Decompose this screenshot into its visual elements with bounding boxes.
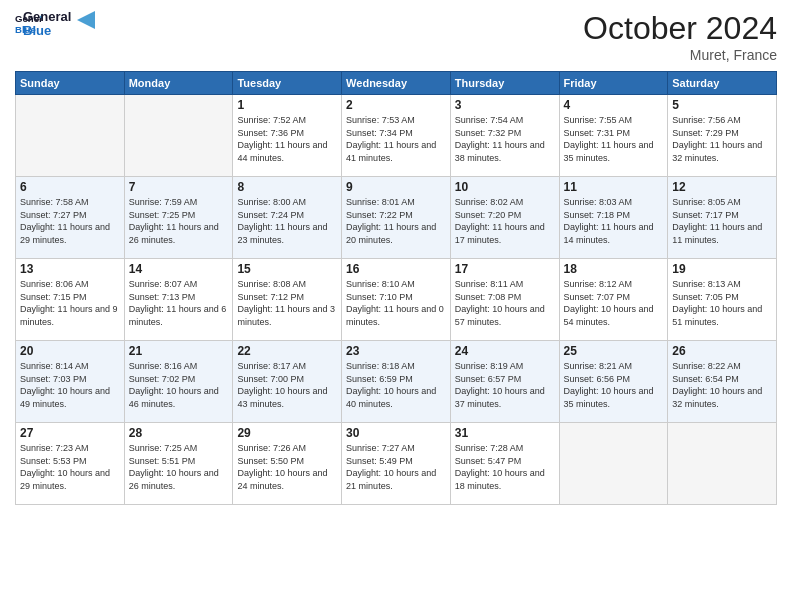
logo-arrow-icon <box>77 11 95 29</box>
table-cell <box>124 95 233 177</box>
table-cell: 26Sunrise: 8:22 AMSunset: 6:54 PMDayligh… <box>668 341 777 423</box>
title-area: October 2024 Muret, France <box>583 10 777 63</box>
day-info: Sunrise: 8:02 AMSunset: 7:20 PMDaylight:… <box>455 196 555 246</box>
week-row-5: 27Sunrise: 7:23 AMSunset: 5:53 PMDayligh… <box>16 423 777 505</box>
svg-marker-3 <box>77 11 95 29</box>
table-cell: 20Sunrise: 8:14 AMSunset: 7:03 PMDayligh… <box>16 341 125 423</box>
day-info: Sunrise: 8:12 AMSunset: 7:07 PMDaylight:… <box>564 278 664 328</box>
table-cell: 12Sunrise: 8:05 AMSunset: 7:17 PMDayligh… <box>668 177 777 259</box>
header-monday: Monday <box>124 72 233 95</box>
day-info: Sunrise: 8:14 AMSunset: 7:03 PMDaylight:… <box>20 360 120 410</box>
day-number: 9 <box>346 180 446 194</box>
table-cell: 29Sunrise: 7:26 AMSunset: 5:50 PMDayligh… <box>233 423 342 505</box>
day-number: 4 <box>564 98 664 112</box>
location: Muret, France <box>583 47 777 63</box>
day-number: 12 <box>672 180 772 194</box>
header-sunday: Sunday <box>16 72 125 95</box>
table-cell: 6Sunrise: 7:58 AMSunset: 7:27 PMDaylight… <box>16 177 125 259</box>
day-number: 11 <box>564 180 664 194</box>
table-cell: 25Sunrise: 8:21 AMSunset: 6:56 PMDayligh… <box>559 341 668 423</box>
week-row-3: 13Sunrise: 8:06 AMSunset: 7:15 PMDayligh… <box>16 259 777 341</box>
header-tuesday: Tuesday <box>233 72 342 95</box>
day-info: Sunrise: 8:22 AMSunset: 6:54 PMDaylight:… <box>672 360 772 410</box>
day-number: 8 <box>237 180 337 194</box>
header: General Blue General Blue October 2024 M… <box>15 10 777 63</box>
day-info: Sunrise: 8:07 AMSunset: 7:13 PMDaylight:… <box>129 278 229 328</box>
day-info: Sunrise: 8:17 AMSunset: 7:00 PMDaylight:… <box>237 360 337 410</box>
table-cell <box>16 95 125 177</box>
day-number: 19 <box>672 262 772 276</box>
day-number: 27 <box>20 426 120 440</box>
day-info: Sunrise: 8:21 AMSunset: 6:56 PMDaylight:… <box>564 360 664 410</box>
table-cell <box>559 423 668 505</box>
table-cell: 19Sunrise: 8:13 AMSunset: 7:05 PMDayligh… <box>668 259 777 341</box>
day-info: Sunrise: 8:01 AMSunset: 7:22 PMDaylight:… <box>346 196 446 246</box>
day-info: Sunrise: 8:19 AMSunset: 6:57 PMDaylight:… <box>455 360 555 410</box>
week-row-2: 6Sunrise: 7:58 AMSunset: 7:27 PMDaylight… <box>16 177 777 259</box>
table-cell: 13Sunrise: 8:06 AMSunset: 7:15 PMDayligh… <box>16 259 125 341</box>
day-number: 5 <box>672 98 772 112</box>
table-cell: 11Sunrise: 8:03 AMSunset: 7:18 PMDayligh… <box>559 177 668 259</box>
day-number: 15 <box>237 262 337 276</box>
day-number: 20 <box>20 344 120 358</box>
day-info: Sunrise: 7:27 AMSunset: 5:49 PMDaylight:… <box>346 442 446 492</box>
table-cell: 3Sunrise: 7:54 AMSunset: 7:32 PMDaylight… <box>450 95 559 177</box>
day-number: 2 <box>346 98 446 112</box>
day-number: 28 <box>129 426 229 440</box>
day-number: 7 <box>129 180 229 194</box>
table-cell <box>668 423 777 505</box>
week-row-1: 1Sunrise: 7:52 AMSunset: 7:36 PMDaylight… <box>16 95 777 177</box>
logo-blue: Blue <box>23 24 71 38</box>
table-cell: 1Sunrise: 7:52 AMSunset: 7:36 PMDaylight… <box>233 95 342 177</box>
day-number: 26 <box>672 344 772 358</box>
day-info: Sunrise: 8:11 AMSunset: 7:08 PMDaylight:… <box>455 278 555 328</box>
day-info: Sunrise: 7:23 AMSunset: 5:53 PMDaylight:… <box>20 442 120 492</box>
day-info: Sunrise: 7:28 AMSunset: 5:47 PMDaylight:… <box>455 442 555 492</box>
day-number: 24 <box>455 344 555 358</box>
calendar-page: General Blue General Blue October 2024 M… <box>0 0 792 612</box>
day-number: 31 <box>455 426 555 440</box>
day-info: Sunrise: 7:52 AMSunset: 7:36 PMDaylight:… <box>237 114 337 164</box>
day-number: 25 <box>564 344 664 358</box>
day-info: Sunrise: 7:25 AMSunset: 5:51 PMDaylight:… <box>129 442 229 492</box>
day-info: Sunrise: 7:55 AMSunset: 7:31 PMDaylight:… <box>564 114 664 164</box>
header-wednesday: Wednesday <box>342 72 451 95</box>
day-number: 1 <box>237 98 337 112</box>
week-row-4: 20Sunrise: 8:14 AMSunset: 7:03 PMDayligh… <box>16 341 777 423</box>
day-number: 10 <box>455 180 555 194</box>
day-number: 17 <box>455 262 555 276</box>
day-info: Sunrise: 7:56 AMSunset: 7:29 PMDaylight:… <box>672 114 772 164</box>
table-cell: 22Sunrise: 8:17 AMSunset: 7:00 PMDayligh… <box>233 341 342 423</box>
day-info: Sunrise: 7:26 AMSunset: 5:50 PMDaylight:… <box>237 442 337 492</box>
table-cell: 7Sunrise: 7:59 AMSunset: 7:25 PMDaylight… <box>124 177 233 259</box>
header-thursday: Thursday <box>450 72 559 95</box>
day-number: 3 <box>455 98 555 112</box>
day-info: Sunrise: 7:59 AMSunset: 7:25 PMDaylight:… <box>129 196 229 246</box>
day-number: 6 <box>20 180 120 194</box>
day-info: Sunrise: 8:06 AMSunset: 7:15 PMDaylight:… <box>20 278 120 328</box>
day-number: 30 <box>346 426 446 440</box>
day-info: Sunrise: 8:05 AMSunset: 7:17 PMDaylight:… <box>672 196 772 246</box>
day-info: Sunrise: 8:03 AMSunset: 7:18 PMDaylight:… <box>564 196 664 246</box>
table-cell: 15Sunrise: 8:08 AMSunset: 7:12 PMDayligh… <box>233 259 342 341</box>
table-cell: 16Sunrise: 8:10 AMSunset: 7:10 PMDayligh… <box>342 259 451 341</box>
day-number: 22 <box>237 344 337 358</box>
day-info: Sunrise: 7:53 AMSunset: 7:34 PMDaylight:… <box>346 114 446 164</box>
table-cell: 28Sunrise: 7:25 AMSunset: 5:51 PMDayligh… <box>124 423 233 505</box>
logo: General Blue General Blue <box>15 10 95 39</box>
table-cell: 9Sunrise: 8:01 AMSunset: 7:22 PMDaylight… <box>342 177 451 259</box>
month-title: October 2024 <box>583 10 777 47</box>
header-saturday: Saturday <box>668 72 777 95</box>
logo-general: General <box>23 10 71 24</box>
day-number: 14 <box>129 262 229 276</box>
day-info: Sunrise: 7:54 AMSunset: 7:32 PMDaylight:… <box>455 114 555 164</box>
day-info: Sunrise: 8:10 AMSunset: 7:10 PMDaylight:… <box>346 278 446 328</box>
day-number: 13 <box>20 262 120 276</box>
table-cell: 23Sunrise: 8:18 AMSunset: 6:59 PMDayligh… <box>342 341 451 423</box>
table-cell: 18Sunrise: 8:12 AMSunset: 7:07 PMDayligh… <box>559 259 668 341</box>
header-friday: Friday <box>559 72 668 95</box>
day-number: 21 <box>129 344 229 358</box>
table-cell: 24Sunrise: 8:19 AMSunset: 6:57 PMDayligh… <box>450 341 559 423</box>
table-cell: 30Sunrise: 7:27 AMSunset: 5:49 PMDayligh… <box>342 423 451 505</box>
table-cell: 31Sunrise: 7:28 AMSunset: 5:47 PMDayligh… <box>450 423 559 505</box>
